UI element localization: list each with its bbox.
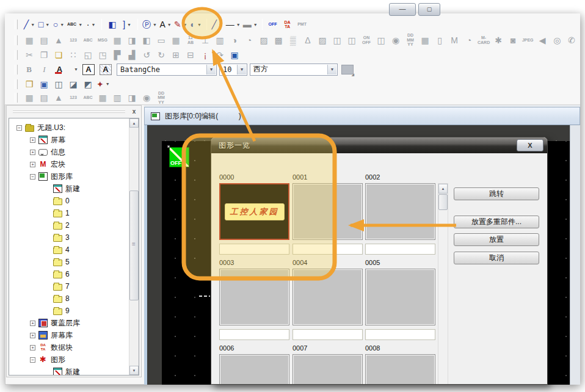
chevron-down-icon[interactable]: ▼ xyxy=(153,23,157,27)
tree-item-屏幕库[interactable]: +屏幕库 xyxy=(9,329,73,341)
tree-item-4[interactable]: 4 xyxy=(9,244,70,256)
graphic-thumbnail-0001[interactable] xyxy=(292,183,363,240)
chevron-down-icon[interactable]: ▼ xyxy=(60,23,64,27)
palette-tool[interactable]: ◐▼ xyxy=(189,18,203,31)
memory-card-part[interactable]: M- CARD xyxy=(476,34,491,47)
overlap-tool[interactable]: ◱ xyxy=(81,48,95,62)
minimize-button[interactable]: — xyxy=(389,3,416,16)
tree-item-0[interactable]: 0 xyxy=(9,195,70,207)
chevron-down-icon[interactable]: ▼ xyxy=(106,82,110,86)
redo-tool[interactable]: ↷ xyxy=(213,48,227,62)
dialog-close-button[interactable]: X xyxy=(517,139,543,151)
off-state-tool[interactable]: OFF xyxy=(266,18,280,31)
tree-item-8[interactable]: 8 xyxy=(9,292,70,305)
expand-icon[interactable]: + xyxy=(30,321,35,326)
expand-icon[interactable]: + xyxy=(30,162,35,167)
expand-icon[interactable]: + xyxy=(30,345,35,350)
keypad-part[interactable]: ▦ xyxy=(95,91,110,104)
toolbar-grip[interactable] xyxy=(15,35,18,45)
collapse-icon[interactable]: − xyxy=(30,174,35,180)
tree-item-无题.U3:[interactable]: −无题.U3: xyxy=(9,122,65,134)
base-screen-part[interactable]: ▦ xyxy=(22,91,37,104)
tree-item-9[interactable]: 9 xyxy=(9,305,70,317)
line-style-tool[interactable]: ╱▼ xyxy=(210,18,225,31)
clock-part[interactable]: ◔ xyxy=(462,34,476,47)
shape-tool[interactable]: ◳ xyxy=(95,48,110,62)
align-tool-2[interactable]: ⊟ xyxy=(183,48,198,62)
m-part[interactable]: M xyxy=(447,34,462,47)
save-button[interactable]: ▣ xyxy=(37,78,51,91)
chevron-down-icon[interactable]: ▼ xyxy=(167,23,172,27)
trend-graph-part[interactable]: ▒ xyxy=(286,34,300,47)
font-tool[interactable]: A▼ xyxy=(158,18,173,31)
text-tool[interactable]: ABC▼ xyxy=(66,18,84,31)
calendar-part[interactable]: ▦ xyxy=(418,34,432,47)
base-screen-part[interactable]: ▦ xyxy=(22,34,37,47)
graphic-thumbnail-0007[interactable] xyxy=(292,354,363,384)
connector-part-1[interactable]: ◫ xyxy=(330,34,344,47)
tree-scrollbar[interactable]: ▲ ▼ xyxy=(129,118,139,375)
speaker-part[interactable]: ◀ xyxy=(535,34,550,47)
font-size-select[interactable]: 10 ▼ xyxy=(219,64,247,76)
numeric-display-part[interactable]: 123 xyxy=(66,34,81,47)
dot-tool[interactable]: ·▼ xyxy=(84,18,98,31)
tree-item-1[interactable]: 1 xyxy=(9,207,70,219)
comment-display-part[interactable]: ▭ xyxy=(154,34,169,47)
font-color-dropdown[interactable]: ▼ xyxy=(68,63,82,76)
rect-tool[interactable]: □▼ xyxy=(37,18,51,31)
rotate-right-tool[interactable]: ↻ xyxy=(154,48,169,62)
chevron-down-icon[interactable]: ▼ xyxy=(183,23,187,27)
pmt-tool[interactable]: PMT xyxy=(295,18,310,31)
jump-button[interactable]: 跳转 xyxy=(454,187,539,200)
ascii-display-part[interactable]: ABC xyxy=(81,34,95,47)
meter-part[interactable]: ◔ xyxy=(242,34,256,47)
place-multiple-button[interactable]: 放置多重部件... xyxy=(454,216,539,228)
chevron-down-icon[interactable]: ▼ xyxy=(236,23,241,27)
collapse-icon[interactable]: − xyxy=(16,125,22,131)
group-tool[interactable]: ∷ xyxy=(66,48,81,62)
invader-part[interactable]: ✱ xyxy=(491,34,506,47)
camera-part[interactable]: ◙ xyxy=(506,34,520,47)
canvas-scrollbar[interactable] xyxy=(570,125,580,385)
onoff-part[interactable]: ON OFF xyxy=(359,34,374,47)
rotate-left-tool[interactable]: ↺ xyxy=(139,48,154,62)
report-part[interactable]: ▤ xyxy=(37,91,51,104)
tree-item-覆盖层库[interactable]: +覆盖层库 xyxy=(9,317,80,329)
tree-item-宏块[interactable]: +M宏块 xyxy=(9,158,65,170)
date-part[interactable]: DD MM YY xyxy=(154,91,169,104)
tree-item-3[interactable]: 3 xyxy=(9,231,70,244)
charset-select[interactable]: 西方 ▼ xyxy=(250,64,338,76)
chevron-down-icon[interactable]: ▼ xyxy=(91,23,95,27)
hatch-text-button[interactable]: A xyxy=(100,64,112,75)
panel-close-button[interactable]: x xyxy=(129,107,139,116)
toolbar-grip[interactable] xyxy=(15,65,18,74)
pin-tool[interactable]: ¡ xyxy=(198,48,213,62)
paste-tool[interactable]: ❏ xyxy=(51,48,66,62)
dialog-titlebar[interactable]: 图形一览 xyxy=(211,137,547,153)
chevron-down-icon[interactable]: ▼ xyxy=(253,23,258,27)
handy-part[interactable]: ▯ xyxy=(432,34,447,47)
graphic-thumbnail-0005[interactable] xyxy=(365,269,435,325)
align-tool-1[interactable]: ⊞ xyxy=(169,48,183,62)
text-color-box[interactable] xyxy=(341,65,354,74)
fill-style-tool[interactable]: ▬▼ xyxy=(242,18,259,31)
tree-item-2[interactable]: 2 xyxy=(9,219,70,231)
chevron-down-icon[interactable]: ▼ xyxy=(219,23,223,27)
font-name-select[interactable]: BatangChe ▼ xyxy=(117,64,217,76)
panel-grip[interactable] xyxy=(13,111,125,113)
phone-part[interactable]: ✆ xyxy=(564,34,579,47)
bar-graph-part[interactable]: ▥ xyxy=(110,91,125,104)
italic-button[interactable]: I xyxy=(37,64,51,76)
stamp-button[interactable]: ✦▼ xyxy=(95,78,111,91)
send-back-tool[interactable]: ▟ xyxy=(125,48,139,62)
scroll-up-icon[interactable]: ▲ xyxy=(438,184,448,194)
alarm-part[interactable]: ▲ xyxy=(51,91,66,104)
select-screen-tool[interactable]: ▣ xyxy=(227,48,242,62)
id-part[interactable]: 12 AB xyxy=(183,34,198,47)
expand-icon[interactable]: + xyxy=(30,333,35,338)
webcam-part[interactable]: ◎ xyxy=(550,34,564,47)
word-part[interactable]: ◨ xyxy=(125,91,139,104)
screen-edit-button[interactable]: ◪ xyxy=(66,78,81,91)
ascii-display-part[interactable]: ABC xyxy=(81,91,95,104)
tree-item-6[interactable]: 6 xyxy=(9,268,70,280)
